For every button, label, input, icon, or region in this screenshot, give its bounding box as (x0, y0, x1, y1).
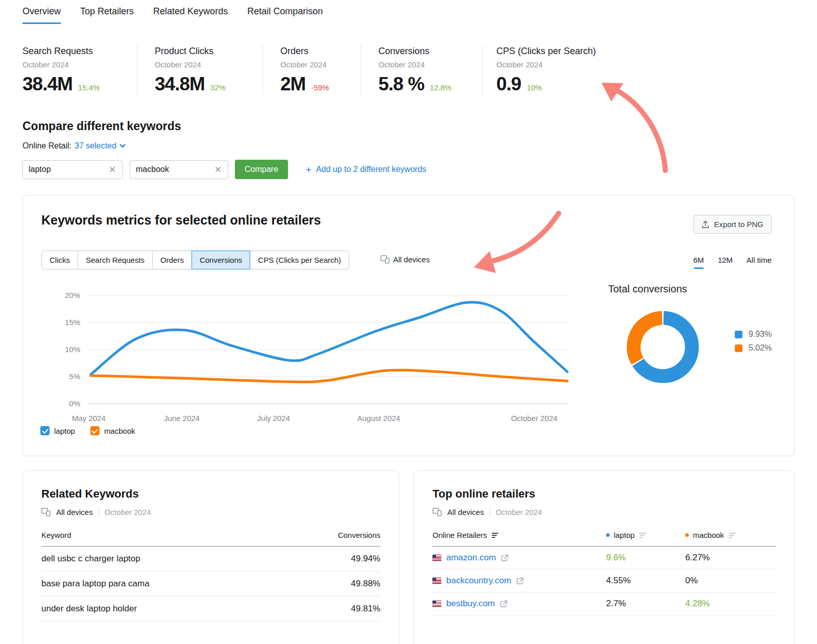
clear-keyword-1-icon[interactable] (108, 165, 116, 174)
external-link-icon[interactable] (500, 600, 508, 608)
toggle-macbook[interactable]: macbook (90, 426, 135, 435)
related-keywords-meta: All devices October 2024 (41, 507, 380, 517)
stat-label: Conversions (378, 46, 482, 57)
keyword-input-1[interactable] (29, 165, 108, 174)
retailer-link[interactable]: bestbuy.com (446, 599, 495, 609)
x-tick-label: October 2024 (511, 414, 558, 423)
dashboard-page: Overview Top Retailers Related Keywords … (0, 0, 817, 644)
conversions-cell: 49.88% (351, 579, 380, 589)
device-filter[interactable]: All devices (380, 255, 430, 264)
legend-swatch-blue (735, 331, 742, 338)
related-keywords-card: Related Keywords All devices October 202… (22, 470, 399, 644)
keyword-cell: dell usbc c charger laptop (41, 554, 140, 564)
filter-selected-dropdown[interactable]: 37 selected (75, 141, 126, 151)
top-nav: Overview Top Retailers Related Keywords … (22, 6, 323, 24)
stat-value: 34.8M (155, 73, 205, 95)
metric-tab-conversions[interactable]: Conversions (191, 251, 250, 269)
metric-tab-cps[interactable]: CPS (Clicks per Search) (250, 251, 349, 269)
checkbox-macbook-icon[interactable] (90, 426, 100, 435)
stat-search-requests: Search Requests October 2024 38.4M15.4% (22, 45, 137, 95)
retailer-link[interactable]: amazon.com (446, 553, 496, 563)
sort-icon[interactable] (728, 532, 735, 538)
device-filter-label: All devices (56, 508, 93, 516)
conversions-cell: 49.94% (351, 554, 380, 564)
stat-orders: Orders October 2024 2M-59% (262, 45, 361, 95)
table-row[interactable]: base para laptop para cama 49.88% (41, 572, 380, 597)
range-all-time[interactable]: All time (747, 256, 772, 264)
toggle-laptop[interactable]: laptop (40, 426, 75, 435)
x-tick-label: June 2024 (164, 414, 200, 423)
range-6m[interactable]: 6M (693, 256, 704, 264)
compare-button[interactable]: Compare (235, 160, 288, 179)
keyword-input-box-2 (130, 160, 228, 179)
metric-tab-clicks[interactable]: Clicks (41, 251, 78, 269)
export-to-png-button[interactable]: Export to PNG (693, 215, 772, 234)
us-flag-icon (432, 578, 441, 584)
column-online-retailers[interactable]: Online Retailers (432, 531, 606, 539)
column-macbook[interactable]: macbook (685, 531, 776, 539)
external-link-icon[interactable] (501, 554, 509, 562)
checkbox-laptop-icon[interactable] (40, 426, 50, 435)
stat-delta: 32% (210, 83, 226, 92)
x-tick-label: May 2024 (72, 414, 106, 423)
tab-related-keywords[interactable]: Related Keywords (153, 6, 228, 24)
donut-title: Total conversions (608, 283, 687, 295)
add-keyword-link[interactable]: + Add up to 2 different keywords (306, 165, 426, 175)
top-retailers-header: Online Retailers laptop macbook (432, 531, 776, 547)
plus-icon: + (306, 165, 311, 175)
y-tick-label: 5% (69, 372, 80, 381)
table-row[interactable]: dell usbc c charger laptop 49.94% (41, 547, 380, 572)
range-12m[interactable]: 12M (718, 256, 733, 264)
table-row: bestbuy.com 2.7% 4.28% (432, 592, 776, 615)
us-flag-icon (432, 555, 441, 561)
sort-icon[interactable] (639, 532, 646, 538)
compare-heading: Compare different keywords (22, 119, 181, 133)
stat-cps: CPS (Clicks per Search) October 2024 0.9… (482, 45, 807, 95)
keyword-input-box-1 (22, 160, 123, 179)
donut-legend: 9.93% 5.02% (735, 330, 772, 357)
stat-delta: 15.4% (78, 83, 100, 92)
us-flag-icon (432, 601, 441, 607)
stat-period: October 2024 (378, 60, 482, 69)
macbook-value: 6.27% (685, 553, 776, 563)
column-laptop[interactable]: laptop (606, 531, 685, 539)
series-line-macbook (91, 370, 567, 382)
x-tick-label: August 2024 (357, 414, 400, 423)
metric-tab-search-requests[interactable]: Search Requests (78, 251, 153, 269)
related-keywords-header: Keyword Conversions (41, 531, 380, 547)
y-tick-label: 0% (69, 399, 80, 408)
export-icon (702, 220, 709, 229)
retailer-link[interactable]: backcountry.com (446, 576, 511, 586)
device-filter-label: All devices (447, 508, 484, 516)
metric-tab-orders[interactable]: Orders (153, 251, 192, 269)
stat-label: Orders (280, 46, 361, 57)
tab-retail-comparison[interactable]: Retail Comparison (247, 6, 323, 24)
period-label: October 2024 (105, 508, 151, 516)
filter-label: Online Retail: (22, 141, 71, 151)
devices-icon (41, 508, 51, 516)
keyword-input-2[interactable] (136, 165, 214, 174)
stat-label: Product Clicks (155, 46, 262, 57)
stat-product-clicks: Product Clicks October 2024 34.8M32% (137, 45, 262, 95)
related-keywords-title: Related Keywords (41, 487, 380, 501)
macbook-value: 4.28% (685, 599, 776, 609)
total-conversions-donut (626, 310, 700, 384)
stat-period: October 2024 (280, 60, 361, 69)
metrics-card-title: Keywords metrics for selected online ret… (41, 213, 321, 228)
x-axis-labels: May 2024June 2024July 2024August 2024Oct… (87, 414, 567, 424)
tab-top-retailers[interactable]: Top Retailers (80, 6, 134, 24)
series-toggles: laptop macbook (40, 426, 135, 435)
keywords-metrics-card: Keywords metrics for selected online ret… (22, 195, 795, 456)
chevron-down-icon (119, 144, 126, 148)
stat-label: CPS (Clicks per Search) (496, 46, 807, 57)
external-link-icon[interactable] (516, 577, 524, 585)
table-row[interactable]: under desk laptop holder 49.81% (41, 597, 380, 622)
column-conversions: Conversions (338, 531, 380, 539)
tab-overview[interactable]: Overview (22, 6, 61, 24)
y-tick-label: 10% (65, 345, 80, 354)
laptop-series-dot (606, 533, 610, 537)
top-retailers-card: Top online retailers All devices October… (414, 470, 795, 644)
legend-item-laptop: 9.93% (735, 330, 772, 339)
sort-icon[interactable] (491, 532, 498, 538)
clear-keyword-2-icon[interactable] (214, 165, 222, 174)
